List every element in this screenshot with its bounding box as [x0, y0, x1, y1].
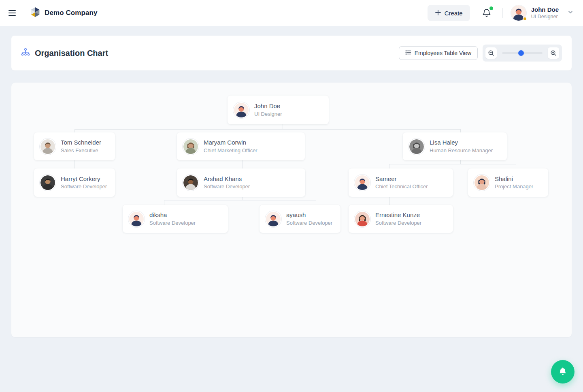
avatar	[474, 175, 489, 190]
connector-line	[242, 160, 243, 168]
employee-title: Software Developer	[61, 183, 107, 191]
connector-line	[389, 164, 516, 164]
connector-line	[244, 129, 244, 132]
avatar	[355, 175, 370, 190]
employee-name: Harryt Corkery	[61, 175, 107, 183]
employee-title: Sales Executive	[61, 147, 101, 155]
connector-line	[316, 200, 316, 205]
employee-title: Software Developer	[375, 219, 421, 227]
connector-line	[74, 129, 75, 132]
page-title: Organisation Chart	[35, 49, 108, 58]
avatar	[355, 212, 370, 226]
list-icon	[405, 49, 411, 57]
notifications-fab[interactable]	[551, 360, 574, 383]
org-chart-canvas[interactable]: John DoeUI DesignerTom SchneiderSales Ex…	[11, 83, 572, 337]
org-node-maryam[interactable]: Maryam CorwinChief Marketing Officer	[177, 132, 305, 160]
employee-title: Software Developer	[286, 219, 332, 227]
brand[interactable]: Demo Company	[30, 7, 98, 19]
user-role: UI Designer	[531, 14, 559, 20]
connector-line	[74, 129, 460, 130]
employee-title: Software Developer	[204, 183, 250, 191]
employee-name: John Doe	[254, 102, 282, 111]
avatar	[40, 175, 55, 190]
employee-name: ayaush	[286, 211, 332, 219]
divider	[502, 8, 503, 18]
zoom-in-icon[interactable]	[548, 47, 559, 59]
org-node-ernestine[interactable]: Ernestine KunzeSoftware Developer	[349, 205, 453, 233]
org-node-ayaush[interactable]: ayaushSoftware Developer	[260, 205, 340, 233]
employee-name: Arshad Khans	[204, 175, 250, 183]
avatar	[511, 5, 526, 21]
employees-table-view-label: Employees Table View	[415, 50, 471, 56]
employee-name: Tom Schneider	[61, 138, 101, 147]
connector-line	[164, 200, 164, 205]
avatar	[409, 139, 424, 154]
connector-line	[74, 160, 75, 168]
employee-title: Chief Technical Officer	[375, 183, 428, 191]
org-node-john[interactable]: John DoeUI Designer	[228, 96, 329, 124]
create-label: Create	[445, 10, 463, 17]
connector-line	[460, 160, 461, 164]
employee-title: Human Resource Manager	[430, 147, 493, 155]
connector-line	[242, 197, 243, 200]
org-chart-icon	[21, 48, 30, 58]
chevron-down-icon	[568, 9, 573, 17]
bell-icon	[558, 366, 568, 377]
zoom-slider[interactable]	[502, 52, 543, 54]
notifications-bell-icon[interactable]	[481, 7, 493, 19]
page-toolbar: Organisation Chart Employees Table View	[11, 36, 572, 70]
notification-dot	[489, 6, 493, 10]
connector-line	[283, 124, 283, 129]
avatar	[40, 139, 55, 154]
user-status-dot	[523, 17, 527, 21]
employees-table-view-button[interactable]: Employees Table View	[399, 46, 478, 60]
plus-icon	[435, 9, 441, 17]
logo-cube-icon	[30, 7, 40, 19]
connector-line	[389, 164, 389, 168]
user-menu[interactable]: John Doe UI Designer	[511, 5, 573, 21]
zoom-slider-thumb[interactable]	[518, 50, 524, 56]
user-name: John Doe	[531, 6, 559, 14]
org-node-shalini[interactable]: ShaliniProject Manager	[468, 168, 548, 197]
company-name: Demo Company	[45, 9, 98, 17]
app-header: Demo Company Create John Doe UI Desig	[0, 0, 583, 26]
org-node-lisa[interactable]: Lisa HaleyHuman Resource Manager	[403, 132, 507, 160]
org-node-sameer[interactable]: SameerChief Technical Officer	[349, 168, 453, 197]
connector-line	[460, 129, 461, 132]
zoom-control	[483, 45, 562, 62]
employee-title: UI Designer	[254, 111, 282, 118]
avatar	[234, 103, 249, 117]
employee-name: diksha	[149, 211, 196, 219]
connector-line	[516, 164, 516, 168]
employee-name: Lisa Haley	[430, 138, 493, 147]
employee-title: Software Developer	[149, 219, 196, 227]
avatar	[266, 212, 281, 226]
avatar	[183, 175, 198, 190]
avatar	[129, 212, 144, 226]
org-node-arshad[interactable]: Arshad KhansSoftware Developer	[177, 168, 305, 197]
org-node-harryt[interactable]: Harryt CorkerySoftware Developer	[34, 168, 115, 197]
employee-name: Sameer	[375, 175, 428, 183]
connector-line	[389, 197, 390, 205]
avatar	[183, 139, 198, 154]
create-button[interactable]: Create	[428, 5, 470, 21]
employee-name: Shalini	[495, 175, 533, 183]
employee-name: Ernestine Kunze	[375, 211, 421, 219]
org-node-tom[interactable]: Tom SchneiderSales Executive	[34, 132, 115, 160]
org-node-diksha[interactable]: dikshaSoftware Developer	[123, 205, 228, 233]
employee-title: Project Manager	[495, 183, 533, 191]
zoom-out-icon[interactable]	[485, 47, 497, 59]
employee-name: Maryam Corwin	[204, 138, 257, 147]
menu-icon[interactable]	[6, 7, 18, 19]
employee-title: Chief Marketing Officer	[204, 147, 257, 155]
connector-line	[164, 200, 316, 200]
